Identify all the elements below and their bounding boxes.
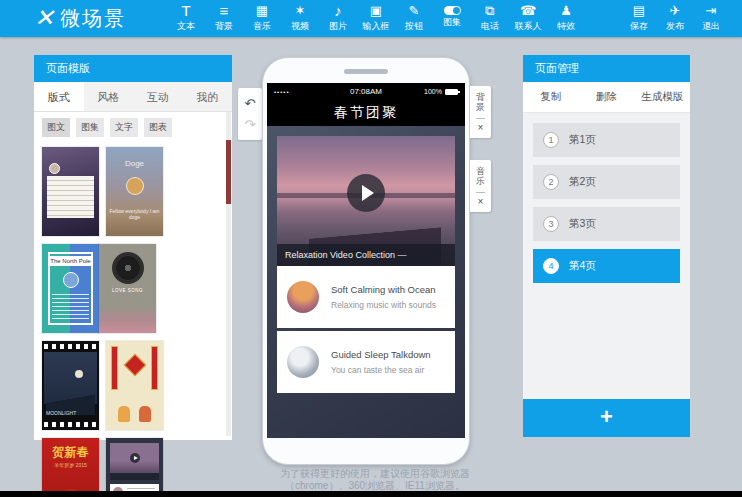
close-icon[interactable]: × [478, 197, 484, 207]
page-item-3[interactable]: 3 第3页 [533, 207, 680, 241]
night-scene [44, 352, 97, 404]
tool-phone[interactable]: ⧉ 电话 [471, 2, 509, 33]
page-title[interactable]: 春节团聚 [267, 100, 465, 126]
insert-tools: T 文本 ≡ 背景 ▦ 音乐 ✶ 视频 ♪ 图片 ▣ 输入框 ✎ 按钮 图集 [167, 2, 585, 33]
tool-button[interactable]: ✎ 按钮 [395, 2, 433, 33]
video-caption: Relaxation Video Collection — [277, 244, 455, 266]
exit-icon: ⇥ [706, 2, 717, 19]
figure [118, 406, 130, 422]
background-layer-tab[interactable]: 背景 — × [470, 86, 491, 138]
page-number-badge: 3 [543, 216, 559, 232]
tool-effects[interactable]: ♟ 特效 [547, 2, 585, 33]
minimize-icon[interactable]: — [476, 114, 485, 122]
minimize-icon[interactable]: — [476, 188, 485, 196]
publish-button[interactable]: ✈ 发布 [658, 2, 692, 33]
magic-star-icon: ✶ [295, 2, 306, 19]
phone-screen[interactable]: ••••• 07:08AM 100% 春节团聚 Relaxation Video… [267, 83, 465, 438]
page-list: 1 第1页 2 第2页 3 第3页 4 第4页 [523, 113, 690, 301]
film-sprockets [44, 422, 97, 427]
filter-image-text[interactable]: 图文 [42, 118, 70, 137]
text-icon: T [181, 2, 190, 19]
playlist-item[interactable]: Guided Sleep Talkdown You can taste the … [277, 331, 455, 393]
picture-frame-icon: ▣ [370, 2, 382, 19]
mini-video [110, 443, 159, 473]
tool-contacts[interactable]: ☎ 联系人 [509, 2, 547, 33]
make-template-button[interactable]: 生成模版 [634, 90, 690, 104]
moon [75, 370, 83, 378]
music-layer-tab[interactable]: 音乐 — × [470, 160, 491, 212]
tool-image[interactable]: ♪ 图片 [319, 2, 357, 33]
status-time: 07:08AM [335, 87, 396, 96]
tab-style[interactable]: 风格 [84, 82, 134, 111]
tool-video[interactable]: ✶ 视频 [281, 2, 319, 33]
template-panel-title: 页面模版 [34, 55, 232, 82]
bottom-bar [0, 491, 742, 497]
page-item-1[interactable]: 1 第1页 [533, 123, 680, 157]
template-he-xin-chun[interactable]: 贺新春 羊年贺岁 2015 [42, 438, 99, 497]
avatar [63, 272, 79, 288]
vinyl-disc [112, 252, 144, 284]
template-love-song[interactable]: LOVE SONG [99, 244, 156, 333]
add-page-button[interactable]: + [523, 399, 690, 437]
page-number-badge: 1 [543, 132, 559, 148]
page-number-badge: 4 [543, 258, 559, 274]
tab-interactive[interactable]: 互动 [133, 82, 183, 111]
image-icon: ⧉ [485, 2, 494, 19]
filter-gallery[interactable]: 图集 [76, 118, 104, 137]
tool-background[interactable]: ≡ 背景 [205, 2, 243, 33]
phone-preview: ••••• 07:08AM 100% 春节团聚 Relaxation Video… [262, 57, 470, 465]
exit-button[interactable]: ⇥ 退出 [694, 2, 728, 33]
template-north-pole[interactable]: The North Pole [42, 244, 99, 333]
play-button[interactable] [347, 174, 385, 212]
filter-chart[interactable]: 图表 [144, 118, 172, 137]
text-card [47, 176, 94, 218]
paper-plane-icon: ✈ [670, 2, 681, 19]
tab-layout[interactable]: 版式 [34, 82, 84, 111]
template-tabs: 版式 风格 互动 我的 [34, 82, 232, 112]
filter-text[interactable]: 文字 [110, 118, 138, 137]
battery-percent: 100% [424, 88, 442, 95]
save-button[interactable]: ▤ 保存 [622, 2, 656, 33]
redo-icon[interactable]: ↷ [245, 118, 256, 131]
tool-music[interactable]: ▦ 音乐 [243, 2, 281, 33]
delete-button[interactable]: 删除 [579, 90, 635, 104]
status-bar: ••••• 07:08AM 100% [267, 83, 465, 100]
tab-mine[interactable]: 我的 [183, 82, 233, 111]
page-number-badge: 2 [543, 174, 559, 190]
avatar [49, 163, 60, 174]
playlist-item[interactable]: Soft Calming with Ocean Relaxing music w… [277, 266, 455, 328]
play-icon [130, 453, 140, 463]
tool-gallery[interactable]: 图集 [433, 2, 471, 33]
app-logo: ✕ 微场景 [34, 4, 126, 32]
template-profile-card[interactable] [42, 147, 99, 236]
signal-dots: ••••• [274, 89, 335, 95]
scrollbar-thumb[interactable] [226, 140, 231, 204]
tool-input-box[interactable]: ▣ 输入框 [357, 2, 395, 33]
top-toolbar: ✕ 微场景 T 文本 ≡ 背景 ▦ 音乐 ✶ 视频 ♪ 图片 ▣ 输入框 ✎ 按… [0, 0, 742, 37]
phone-handset-icon: ☎ [520, 2, 536, 19]
film-sprockets [44, 344, 97, 349]
copy-button[interactable]: 复制 [523, 90, 579, 104]
tool-text[interactable]: T 文本 [167, 2, 205, 33]
template-panel: 页面模版 版式 风格 互动 我的 图文 图集 文字 图表 Doge Fellow… [34, 55, 232, 440]
caption-bar [110, 473, 159, 480]
template-scrollbar[interactable] [226, 112, 231, 436]
playlist: Soft Calming with Ocean Relaxing music w… [277, 266, 455, 396]
save-icon: ▤ [633, 2, 645, 19]
template-moonlight[interactable]: MOONLIGHT [42, 341, 99, 430]
template-new-year-couplets[interactable] [106, 341, 163, 430]
track-thumbnail [287, 346, 319, 378]
grid-icon: ▦ [256, 2, 268, 19]
track-thumbnail [287, 281, 319, 313]
page-item-2[interactable]: 2 第2页 [533, 165, 680, 199]
template-relaxation-video[interactable] [106, 438, 163, 497]
video-element[interactable]: Relaxation Video Collection — [277, 136, 455, 266]
template-doge[interactable]: Doge Fellow everybody I am doge [106, 147, 163, 236]
close-icon[interactable]: × [478, 123, 484, 133]
page-manager-menu: 复制 删除 生成模版 [523, 82, 690, 113]
undo-icon[interactable]: ↶ [245, 97, 256, 110]
battery-icon [445, 89, 458, 95]
figure [139, 406, 151, 422]
page-item-4[interactable]: 4 第4页 [533, 249, 680, 283]
phone-speaker [344, 69, 388, 74]
